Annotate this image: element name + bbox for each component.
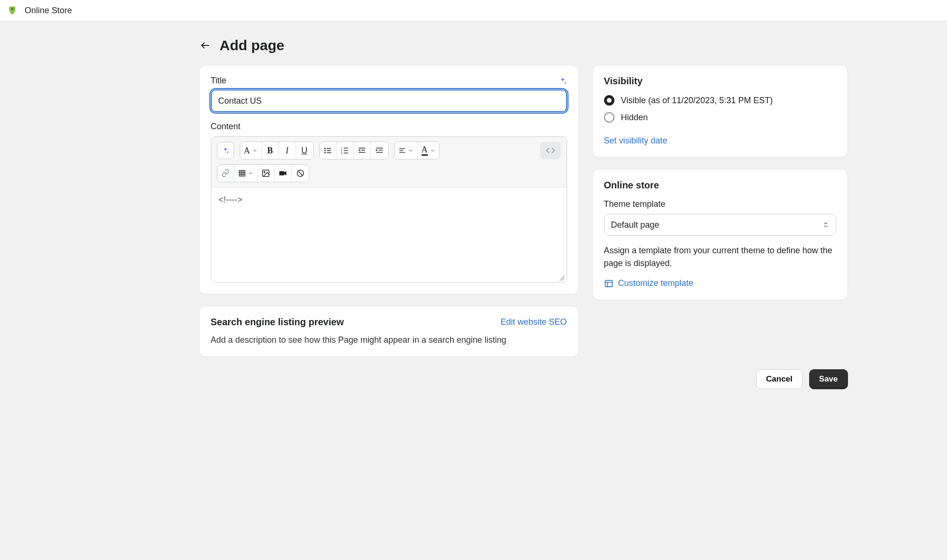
theme-template-label: Theme template: [604, 199, 836, 209]
svg-rect-1: [12, 8, 13, 10]
visibility-hidden-label: Hidden: [621, 113, 648, 123]
svg-rect-0: [11, 8, 12, 10]
footer-actions: Cancel Save: [199, 369, 848, 389]
svg-point-3: [325, 148, 326, 149]
online-store-card: Online store Theme template Default page…: [592, 169, 848, 300]
set-visibility-date-link[interactable]: Set visibility date: [604, 136, 667, 146]
visibility-option-visible[interactable]: Visible (as of 11/20/2023, 5:31 PM EST): [604, 95, 836, 106]
page-header: Add page: [199, 37, 848, 53]
seo-card: Search engine listing preview Edit websi…: [199, 306, 579, 357]
app-logo-icon: [7, 5, 18, 16]
rich-text-editor: A B I U: [211, 136, 567, 283]
svg-marker-18: [359, 149, 361, 151]
svg-rect-12: [344, 148, 348, 149]
theme-template-select[interactable]: Default page: [604, 214, 836, 236]
svg-rect-23: [399, 148, 405, 149]
theme-template-description: Assign a template from your current them…: [604, 244, 836, 270]
select-chevron-icon: [822, 221, 829, 229]
svg-line-37: [559, 276, 564, 281]
clear-format-button[interactable]: [292, 165, 309, 182]
svg-point-5: [325, 152, 326, 153]
cancel-button[interactable]: Cancel: [756, 369, 803, 389]
ai-assist-button[interactable]: [217, 142, 234, 159]
customize-template-link[interactable]: Customize template: [604, 278, 836, 288]
numbered-list-button[interactable]: 123: [337, 142, 354, 159]
visibility-card: Visibility Visible (as of 11/20/2023, 5:…: [592, 65, 848, 158]
chevron-down-icon: [408, 148, 414, 153]
svg-rect-13: [344, 150, 348, 151]
svg-rect-17: [359, 152, 365, 153]
align-color-group: A: [394, 142, 440, 160]
editor-content-text: <!---->: [219, 195, 243, 204]
theme-icon: [604, 279, 613, 288]
align-dropdown[interactable]: [395, 142, 418, 159]
heading-dropdown[interactable]: A: [240, 142, 262, 159]
svg-rect-25: [399, 152, 405, 152]
video-button[interactable]: [275, 165, 292, 182]
svg-marker-22: [376, 149, 378, 151]
title-input[interactable]: [211, 89, 567, 112]
svg-rect-33: [280, 171, 285, 176]
resize-handle-icon[interactable]: [558, 275, 565, 281]
svg-rect-6: [327, 148, 331, 149]
indent-button[interactable]: [371, 142, 388, 159]
svg-marker-34: [284, 171, 287, 176]
image-button[interactable]: [258, 165, 275, 182]
bullet-list-button[interactable]: [320, 142, 337, 159]
list-indent-group: 123: [319, 142, 388, 160]
title-label: Title: [211, 76, 226, 86]
svg-point-32: [264, 171, 265, 172]
chevron-down-icon: [248, 170, 253, 176]
svg-text:3: 3: [341, 152, 343, 155]
radio-selected-icon: [604, 95, 614, 106]
bold-button[interactable]: B: [262, 142, 279, 159]
svg-rect-16: [361, 150, 365, 151]
svg-rect-39: [605, 280, 612, 286]
svg-rect-14: [344, 153, 348, 154]
page-title: Add page: [220, 37, 285, 53]
chevron-down-icon: [430, 148, 435, 153]
insert-group: [217, 164, 309, 182]
customize-template-label: Customize template: [618, 278, 694, 288]
ai-suggest-title-icon[interactable]: [559, 77, 567, 85]
save-button[interactable]: Save: [809, 369, 848, 389]
seo-description: Add a description to see how this Page m…: [211, 335, 567, 345]
chevron-down-icon: [252, 148, 258, 153]
svg-rect-24: [399, 150, 403, 151]
svg-rect-20: [379, 150, 382, 151]
theme-template-value: Default page: [611, 220, 659, 230]
italic-button[interactable]: I: [279, 142, 296, 159]
svg-rect-8: [327, 152, 331, 153]
visibility-heading: Visibility: [604, 76, 836, 87]
link-button[interactable]: [217, 165, 234, 182]
font-style-group: A B I U: [240, 142, 314, 160]
text-color-dropdown[interactable]: A: [418, 142, 439, 159]
content-label: Content: [211, 122, 567, 132]
back-button[interactable]: [199, 39, 211, 52]
svg-rect-7: [327, 150, 331, 151]
radio-unselected-icon: [604, 112, 614, 123]
visibility-option-hidden[interactable]: Hidden: [604, 112, 836, 123]
outdent-button[interactable]: [354, 142, 371, 159]
seo-heading: Search engine listing preview: [211, 317, 344, 328]
svg-rect-19: [376, 148, 383, 149]
svg-rect-21: [376, 152, 383, 153]
editor-body[interactable]: <!---->: [211, 187, 567, 282]
svg-rect-15: [359, 148, 365, 149]
svg-rect-26: [239, 170, 245, 176]
table-dropdown[interactable]: [234, 165, 258, 182]
underline-button[interactable]: U: [296, 142, 313, 159]
editor-toolbar: A B I U: [211, 137, 567, 187]
svg-line-36: [298, 171, 302, 176]
topbar: Online Store: [0, 0, 947, 21]
page-content-card: Title Content A: [199, 65, 579, 294]
visibility-visible-label: Visible (as of 11/20/2023, 5:31 PM EST): [621, 96, 773, 106]
edit-seo-link[interactable]: Edit website SEO: [500, 317, 567, 327]
online-store-heading: Online store: [604, 180, 836, 191]
html-code-toggle[interactable]: [540, 142, 561, 159]
topbar-title: Online Store: [25, 6, 72, 16]
svg-point-4: [325, 150, 326, 151]
